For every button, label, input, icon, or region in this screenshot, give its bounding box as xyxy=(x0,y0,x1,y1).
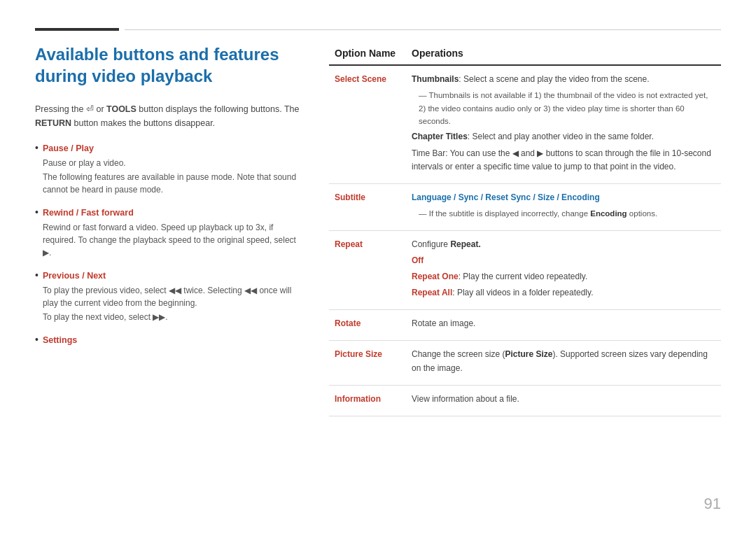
option-name-subtitle: Subtitle xyxy=(329,183,406,230)
bullet-title-pause-play: Pause / Play xyxy=(43,143,94,153)
bullet-title-rewind: Rewind / Fast forward xyxy=(43,208,134,218)
bullet-content-3: Previous / Next To play the previous vid… xyxy=(43,269,301,323)
bullet-dot: • xyxy=(35,142,38,153)
bullet-content-4: Settings xyxy=(43,333,77,347)
page-container: Available buttons and features during vi… xyxy=(0,0,756,444)
top-line-dark xyxy=(35,28,119,31)
table-row-select-scene: Select Scene Thumbnails: Select a scene … xyxy=(329,65,721,183)
option-name-picture-size: Picture Size xyxy=(329,341,406,385)
bullet-content: Pause / Play Pause or play a video. The … xyxy=(43,141,301,196)
bullet-rewind: • Rewind / Fast forward Rewind or fast f… xyxy=(35,206,301,259)
option-ops-subtitle: Language / Sync / Reset Sync / Size / En… xyxy=(406,183,721,230)
bullet-pause-play: • Pause / Play Pause or play a video. Th… xyxy=(35,141,301,196)
table-row-rotate: Rotate Rotate an image. xyxy=(329,310,721,341)
table-row-subtitle: Subtitle Language / Sync / Reset Sync / … xyxy=(329,183,721,230)
table-row-repeat: Repeat Configure Repeat. Off Repeat One:… xyxy=(329,230,721,310)
left-column: Available buttons and features during vi… xyxy=(35,43,301,357)
option-ops-picture-size: Change the screen size (Picture Size). S… xyxy=(406,341,721,385)
option-ops-select-scene: Thumbnails: Select a scene and play the … xyxy=(406,65,721,183)
table-row-information: Information View information about a fil… xyxy=(329,385,721,416)
table-row-picture-size: Picture Size Change the screen size (Pic… xyxy=(329,341,721,385)
bullet-settings: • Settings xyxy=(35,333,301,347)
intro-paragraph: Pressing the ⏎ or TOOLS button displays … xyxy=(35,102,301,130)
top-decorative-lines xyxy=(35,28,721,31)
col-header-option: Option Name xyxy=(329,43,406,65)
option-ops-information: View information about a file. xyxy=(406,385,721,416)
bullet-dot-2: • xyxy=(35,206,38,218)
bullet-title-settings: Settings xyxy=(43,335,77,345)
bullet-dot-3: • xyxy=(35,269,38,281)
option-name-repeat: Repeat xyxy=(329,230,406,310)
bullet-desc-prev1: To play the previous video, select ◀◀ tw… xyxy=(43,284,301,309)
bullet-prev-next: • Previous / Next To play the previous v… xyxy=(35,269,301,323)
bullet-desc-rewind: Rewind or fast forward a video. Speed up… xyxy=(43,221,301,259)
bullet-content-2: Rewind / Fast forward Rewind or fast for… xyxy=(43,206,301,259)
bullet-dot-4: • xyxy=(35,334,38,345)
option-name-information: Information xyxy=(329,385,406,416)
bullet-desc-pause2: The following features are available in … xyxy=(43,171,301,196)
option-name-select-scene: Select Scene xyxy=(329,65,406,183)
right-column: Option Name Operations Select Scene Thum… xyxy=(329,43,721,416)
option-ops-rotate: Rotate an image. xyxy=(406,310,721,341)
bullet-desc-pause: Pause or play a video. xyxy=(43,157,301,169)
bullet-title-prev-next: Previous / Next xyxy=(43,271,106,281)
col-header-operations: Operations xyxy=(406,43,721,65)
option-name-rotate: Rotate xyxy=(329,310,406,341)
bullet-desc-prev2: To play the next video, select ▶▶. xyxy=(43,311,301,323)
page-number: 91 xyxy=(704,495,721,513)
options-table: Option Name Operations Select Scene Thum… xyxy=(329,43,721,416)
option-ops-repeat: Configure Repeat. Off Repeat One: Play t… xyxy=(406,230,721,310)
main-content: Available buttons and features during vi… xyxy=(35,43,721,416)
page-title: Available buttons and features during vi… xyxy=(35,43,301,87)
top-line-light xyxy=(125,29,721,30)
